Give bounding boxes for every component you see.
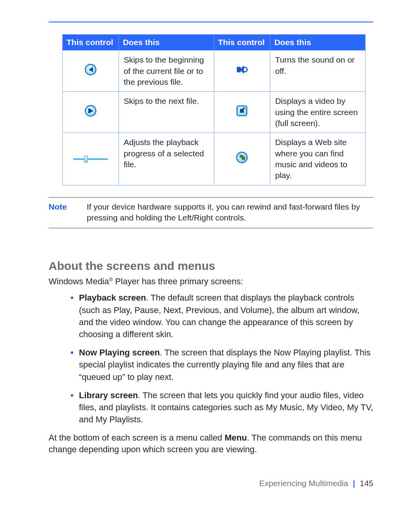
control-icon-cell — [63, 51, 119, 92]
control-desc-cell: Turns the sound on or off. — [270, 51, 366, 92]
table-header: Does this — [119, 35, 214, 51]
chapter-title: Experiencing Multimedia — [259, 479, 348, 488]
list-item: Playback screen. The default screen that… — [70, 292, 373, 340]
closing-paragraph: At the bottom of each screen is a menu c… — [49, 432, 373, 456]
intro-suffix: Player has three primary screens: — [113, 276, 243, 286]
control-desc-cell: Adjusts the playback progress of a selec… — [119, 133, 214, 185]
note-block: Note If your device hardware supports it… — [49, 197, 373, 229]
web-globe-icon — [236, 152, 248, 163]
control-desc-cell: Displays a Web site where you can find m… — [270, 133, 366, 185]
page-footer: Experiencing Multimedia | 145 — [259, 479, 373, 488]
progress-slider-icon — [73, 156, 108, 162]
list-item: Library screen. The screen that lets you… — [70, 389, 373, 426]
top-rule — [49, 21, 373, 23]
registered-mark: ® — [109, 276, 113, 282]
table-header: Does this — [270, 35, 366, 51]
table-header: This control — [63, 35, 119, 51]
bullet-list: Playback screen. The default screen that… — [49, 292, 373, 425]
closing-pre: At the bottom of each screen is a menu c… — [49, 433, 224, 443]
footer-separator: | — [350, 479, 357, 488]
note-label: Note — [49, 201, 72, 224]
document-page: This control Does this This control Does… — [0, 0, 420, 516]
control-icon-cell — [214, 92, 270, 133]
table-header: This control — [214, 35, 270, 51]
skip-previous-icon — [85, 64, 96, 75]
table-header-row: This control Does this This control Does… — [63, 35, 366, 51]
control-icon-cell — [63, 133, 119, 185]
list-item: Now Playing screen. The screen that disp… — [70, 346, 373, 383]
section-heading: About the screens and menus — [49, 259, 373, 273]
fullscreen-icon — [236, 105, 247, 116]
note-text: If your device hardware supports it, you… — [87, 201, 373, 224]
bullet-title: Library screen — [79, 390, 138, 400]
table-row: Skips to the next file. Displays a video… — [63, 92, 366, 133]
control-icon-cell — [63, 92, 119, 133]
sound-toggle-icon — [235, 65, 248, 75]
intro-prefix: Windows Media — [49, 276, 109, 286]
page-number: 145 — [360, 479, 373, 488]
table-row: Adjusts the playback progress of a selec… — [63, 133, 366, 185]
control-desc-cell: Displays a video by using the entire scr… — [270, 92, 366, 133]
control-desc-cell: Skips to the next file. — [119, 92, 214, 133]
closing-bold: Menu — [224, 433, 247, 443]
control-icon-cell — [214, 51, 270, 92]
table-row: Skips to the beginning of the current fi… — [63, 51, 366, 92]
controls-table: This control Does this This control Does… — [62, 34, 366, 185]
intro-paragraph: Windows Media® Player has three primary … — [49, 276, 373, 288]
control-icon-cell — [214, 133, 270, 185]
bullet-title: Now Playing screen — [79, 348, 160, 357]
control-desc-cell: Skips to the beginning of the current fi… — [119, 51, 214, 92]
bullet-title: Playback screen — [79, 293, 146, 303]
skip-next-icon — [85, 105, 96, 117]
